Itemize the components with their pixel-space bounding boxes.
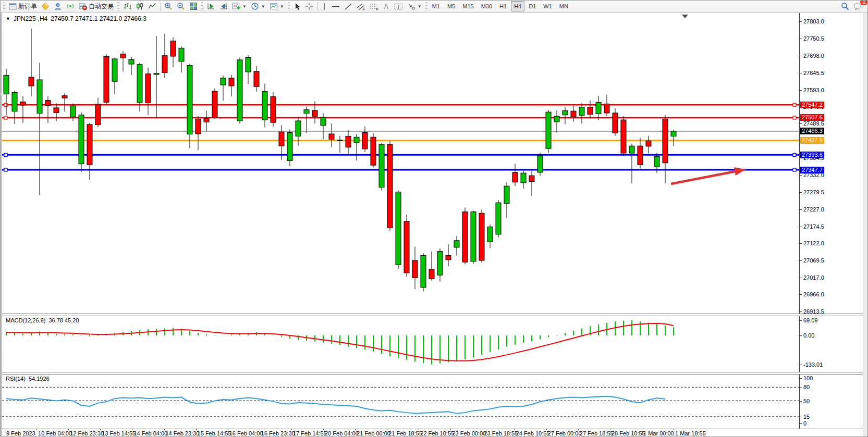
- toolbar: 新订单 自动交易: [1, 1, 868, 13]
- price-axis-label: 27174.5: [803, 223, 824, 230]
- chevron-down-icon: ▼: [418, 4, 422, 9]
- cursor-button[interactable]: [291, 1, 303, 12]
- templates-button[interactable]: ▼: [267, 1, 286, 12]
- rsi-chart[interactable]: [2, 374, 799, 429]
- time-axis-label: 23 Feb 00:00: [452, 430, 486, 436]
- search-icon: [841, 2, 849, 10]
- time-axis-label: 1 Mar 00:00: [643, 430, 674, 436]
- trendline-button[interactable]: [342, 1, 354, 12]
- timeframe-W1[interactable]: W1: [540, 1, 555, 11]
- arrow-annotation: [671, 171, 735, 184]
- chart-menu-icon[interactable]: ▼: [6, 16, 10, 21]
- time-axis-label: 16 Feb 23:30: [261, 430, 295, 436]
- fibonacci-button[interactable]: F: [368, 1, 381, 12]
- rsi-axis-tick: [799, 378, 802, 379]
- price-axis-label: 27593.0: [803, 87, 824, 93]
- timeframe-MN[interactable]: MN: [556, 1, 571, 11]
- rsi-axis-label: 80: [803, 384, 810, 390]
- crosshair-button[interactable]: [303, 1, 315, 12]
- time-axis-label: 27 Feb 18:55: [580, 430, 614, 436]
- price-axis-label: 26966.0: [803, 291, 824, 297]
- clock-icon: [251, 2, 259, 10]
- market-button[interactable]: [39, 1, 52, 12]
- new-order-icon: [9, 3, 17, 10]
- rsi-axis-tick: [799, 387, 802, 388]
- chart-shift-button[interactable]: [217, 1, 230, 12]
- time-axis-tick: [260, 429, 260, 430]
- search-button[interactable]: [839, 1, 851, 12]
- community-icon: [54, 2, 62, 10]
- time-axis[interactable]: 9 Feb 202310 Feb 04:0012 Feb 23:3013 Feb…: [2, 429, 868, 437]
- timeframe-M1[interactable]: M1: [429, 1, 443, 11]
- zoom-in-button[interactable]: [162, 1, 175, 12]
- timeframe-M30[interactable]: M30: [478, 1, 495, 11]
- right-edge-strip: [863, 13, 867, 437]
- timeframe-M5[interactable]: M5: [444, 1, 458, 11]
- rsi-pane[interactable]: RSI(14)54.1926 1008050150: [2, 374, 868, 429]
- price-axis-tick: [799, 243, 802, 244]
- price-axis-label: 27489.5: [803, 120, 824, 127]
- new-order-button[interactable]: 新订单: [7, 1, 39, 12]
- signals-button[interactable]: [64, 1, 77, 12]
- candlestick-chart[interactable]: [2, 13, 799, 314]
- horizontal-line-button[interactable]: [329, 1, 342, 12]
- time-axis-label: 23 Feb 18:55: [484, 430, 518, 436]
- chat-button[interactable]: 1: [851, 1, 864, 12]
- auto-scroll-button[interactable]: [205, 1, 217, 12]
- text-button[interactable]: A: [381, 1, 392, 12]
- time-axis-tick: [291, 429, 292, 430]
- main-price-pane[interactable]: ▼ JPN225-,H4 27450.7 27471.1 27421.0 274…: [2, 13, 868, 314]
- auto-trading-button[interactable]: 自动交易: [77, 1, 116, 12]
- chart-shift-icon: [219, 2, 228, 10]
- toolbar-grip: [288, 2, 290, 10]
- timeframe-M15[interactable]: M15: [459, 1, 476, 11]
- price-axis-label: 27750.5: [803, 35, 824, 42]
- time-axis-tick: [355, 429, 356, 430]
- timeframe-H1[interactable]: H1: [496, 1, 510, 11]
- chart-line-button[interactable]: [146, 1, 158, 12]
- time-axis-label: 9 Feb 2023: [6, 430, 35, 436]
- time-axis-tick: [515, 429, 515, 430]
- price-line-badge: 27437.9: [800, 137, 824, 144]
- price-axis-label: 26913.5: [803, 308, 824, 315]
- timeframe-D1[interactable]: D1: [525, 1, 539, 11]
- price-axis-tick: [799, 209, 802, 210]
- chart-candles-button[interactable]: [133, 1, 146, 12]
- community-button[interactable]: [52, 1, 64, 12]
- toolbar-separator: [317, 2, 317, 11]
- vertical-line-icon: [321, 3, 327, 10]
- chart-window: ▼ JPN225-,H4 27450.7 27471.1 27421.0 274…: [1, 13, 868, 437]
- periods-button[interactable]: ▼: [249, 1, 267, 12]
- time-axis-label: 14 Feb 04:00: [133, 430, 167, 436]
- macd-chart[interactable]: [2, 316, 799, 372]
- equidistant-channel-button[interactable]: E: [354, 1, 368, 12]
- line-chart-icon: [148, 2, 156, 10]
- rsi-axis-label: 50: [803, 398, 810, 404]
- time-axis-label: 20 Feb 04:00: [325, 430, 359, 436]
- rsi-axis-tick: [799, 417, 802, 417]
- price-axis-tick: [799, 260, 802, 261]
- macd-pane[interactable]: MACD(12,26,9)36.78 45.20 69.090.00-133.0…: [2, 316, 868, 372]
- timeframe-H4[interactable]: H4: [511, 1, 524, 11]
- zoom-out-button[interactable]: [175, 1, 187, 12]
- time-axis-label: 10 Feb 04:00: [38, 430, 72, 436]
- macd-values: 36.78 45.20: [48, 317, 79, 323]
- tile-windows-button[interactable]: [187, 1, 200, 12]
- chart-bars-button[interactable]: [121, 1, 133, 12]
- candlestick-chart-icon: [136, 2, 144, 10]
- price-axis-label: 27803.0: [803, 18, 824, 24]
- timeframe-group: M1M5M15M30H1H4D1W1MN: [429, 1, 571, 11]
- price-axis-tick: [799, 56, 802, 56]
- toolbar-grip: [201, 2, 203, 10]
- arrows-tool-button[interactable]: ▼: [405, 1, 424, 12]
- auto-trading-icon: [79, 2, 87, 10]
- svg-text:T: T: [397, 4, 400, 9]
- time-axis-tick: [674, 429, 674, 430]
- tile-windows-icon: [189, 2, 198, 10]
- indicators-button[interactable]: ▼: [230, 1, 249, 12]
- price-line-badge: 27466.3: [800, 128, 824, 134]
- time-axis-label: 15 Feb 14:55: [198, 430, 231, 436]
- text-label-button[interactable]: T: [392, 1, 405, 12]
- vertical-line-button[interactable]: [319, 1, 329, 12]
- price-axis-label: 27122.0: [803, 240, 824, 246]
